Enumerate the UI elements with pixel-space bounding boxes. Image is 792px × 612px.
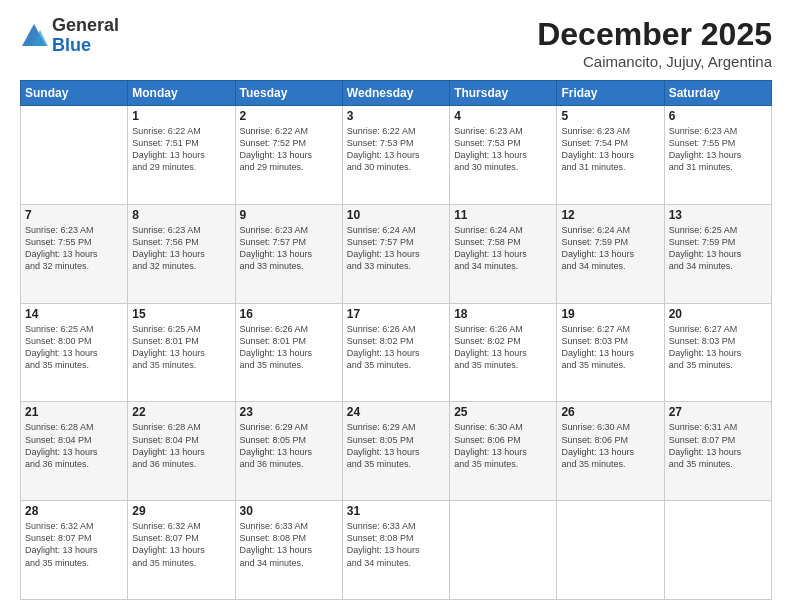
day-info: Sunrise: 6:23 AMSunset: 7:55 PMDaylight:…	[25, 224, 123, 273]
table-row: 10Sunrise: 6:24 AMSunset: 7:57 PMDayligh…	[342, 204, 449, 303]
month-title: December 2025	[537, 16, 772, 53]
table-row: 14Sunrise: 6:25 AMSunset: 8:00 PMDayligh…	[21, 303, 128, 402]
logo: General Blue	[20, 16, 119, 56]
day-info: Sunrise: 6:23 AMSunset: 7:54 PMDaylight:…	[561, 125, 659, 174]
logo-text: General Blue	[52, 16, 119, 56]
day-number: 25	[454, 405, 552, 419]
table-row	[450, 501, 557, 600]
table-row: 8Sunrise: 6:23 AMSunset: 7:56 PMDaylight…	[128, 204, 235, 303]
day-number: 20	[669, 307, 767, 321]
table-row: 6Sunrise: 6:23 AMSunset: 7:55 PMDaylight…	[664, 106, 771, 205]
day-number: 11	[454, 208, 552, 222]
table-row	[664, 501, 771, 600]
day-info: Sunrise: 6:32 AMSunset: 8:07 PMDaylight:…	[25, 520, 123, 569]
day-number: 23	[240, 405, 338, 419]
day-info: Sunrise: 6:30 AMSunset: 8:06 PMDaylight:…	[454, 421, 552, 470]
day-number: 3	[347, 109, 445, 123]
table-row: 19Sunrise: 6:27 AMSunset: 8:03 PMDayligh…	[557, 303, 664, 402]
table-row: 17Sunrise: 6:26 AMSunset: 8:02 PMDayligh…	[342, 303, 449, 402]
col-tuesday: Tuesday	[235, 81, 342, 106]
day-number: 30	[240, 504, 338, 518]
day-info: Sunrise: 6:23 AMSunset: 7:53 PMDaylight:…	[454, 125, 552, 174]
col-friday: Friday	[557, 81, 664, 106]
day-info: Sunrise: 6:26 AMSunset: 8:02 PMDaylight:…	[454, 323, 552, 372]
table-row: 13Sunrise: 6:25 AMSunset: 7:59 PMDayligh…	[664, 204, 771, 303]
table-row: 1Sunrise: 6:22 AMSunset: 7:51 PMDaylight…	[128, 106, 235, 205]
day-number: 15	[132, 307, 230, 321]
day-number: 4	[454, 109, 552, 123]
day-info: Sunrise: 6:22 AMSunset: 7:53 PMDaylight:…	[347, 125, 445, 174]
header: General Blue December 2025 Caimancito, J…	[20, 16, 772, 70]
day-number: 6	[669, 109, 767, 123]
logo-blue: Blue	[52, 35, 91, 55]
day-info: Sunrise: 6:26 AMSunset: 8:01 PMDaylight:…	[240, 323, 338, 372]
table-row: 31Sunrise: 6:33 AMSunset: 8:08 PMDayligh…	[342, 501, 449, 600]
day-info: Sunrise: 6:22 AMSunset: 7:52 PMDaylight:…	[240, 125, 338, 174]
day-info: Sunrise: 6:32 AMSunset: 8:07 PMDaylight:…	[132, 520, 230, 569]
logo-icon	[20, 22, 48, 50]
day-number: 1	[132, 109, 230, 123]
day-number: 24	[347, 405, 445, 419]
calendar-table: Sunday Monday Tuesday Wednesday Thursday…	[20, 80, 772, 600]
day-info: Sunrise: 6:28 AMSunset: 8:04 PMDaylight:…	[25, 421, 123, 470]
col-sunday: Sunday	[21, 81, 128, 106]
table-row: 20Sunrise: 6:27 AMSunset: 8:03 PMDayligh…	[664, 303, 771, 402]
table-row: 15Sunrise: 6:25 AMSunset: 8:01 PMDayligh…	[128, 303, 235, 402]
calendar-week-row: 21Sunrise: 6:28 AMSunset: 8:04 PMDayligh…	[21, 402, 772, 501]
day-info: Sunrise: 6:29 AMSunset: 8:05 PMDaylight:…	[347, 421, 445, 470]
day-info: Sunrise: 6:33 AMSunset: 8:08 PMDaylight:…	[240, 520, 338, 569]
day-number: 2	[240, 109, 338, 123]
day-number: 21	[25, 405, 123, 419]
day-info: Sunrise: 6:23 AMSunset: 7:57 PMDaylight:…	[240, 224, 338, 273]
table-row: 3Sunrise: 6:22 AMSunset: 7:53 PMDaylight…	[342, 106, 449, 205]
table-row: 25Sunrise: 6:30 AMSunset: 8:06 PMDayligh…	[450, 402, 557, 501]
day-number: 17	[347, 307, 445, 321]
day-info: Sunrise: 6:31 AMSunset: 8:07 PMDaylight:…	[669, 421, 767, 470]
col-wednesday: Wednesday	[342, 81, 449, 106]
day-number: 5	[561, 109, 659, 123]
title-block: December 2025 Caimancito, Jujuy, Argenti…	[537, 16, 772, 70]
day-number: 16	[240, 307, 338, 321]
day-info: Sunrise: 6:23 AMSunset: 7:55 PMDaylight:…	[669, 125, 767, 174]
day-info: Sunrise: 6:30 AMSunset: 8:06 PMDaylight:…	[561, 421, 659, 470]
day-info: Sunrise: 6:25 AMSunset: 7:59 PMDaylight:…	[669, 224, 767, 273]
day-number: 22	[132, 405, 230, 419]
day-info: Sunrise: 6:33 AMSunset: 8:08 PMDaylight:…	[347, 520, 445, 569]
table-row: 26Sunrise: 6:30 AMSunset: 8:06 PMDayligh…	[557, 402, 664, 501]
col-thursday: Thursday	[450, 81, 557, 106]
day-info: Sunrise: 6:23 AMSunset: 7:56 PMDaylight:…	[132, 224, 230, 273]
table-row	[21, 106, 128, 205]
day-info: Sunrise: 6:24 AMSunset: 7:58 PMDaylight:…	[454, 224, 552, 273]
col-saturday: Saturday	[664, 81, 771, 106]
day-number: 9	[240, 208, 338, 222]
day-info: Sunrise: 6:27 AMSunset: 8:03 PMDaylight:…	[561, 323, 659, 372]
day-number: 13	[669, 208, 767, 222]
table-row: 4Sunrise: 6:23 AMSunset: 7:53 PMDaylight…	[450, 106, 557, 205]
day-number: 28	[25, 504, 123, 518]
table-row: 28Sunrise: 6:32 AMSunset: 8:07 PMDayligh…	[21, 501, 128, 600]
location-subtitle: Caimancito, Jujuy, Argentina	[537, 53, 772, 70]
calendar-week-row: 14Sunrise: 6:25 AMSunset: 8:00 PMDayligh…	[21, 303, 772, 402]
day-number: 27	[669, 405, 767, 419]
table-row: 22Sunrise: 6:28 AMSunset: 8:04 PMDayligh…	[128, 402, 235, 501]
day-number: 26	[561, 405, 659, 419]
page: General Blue December 2025 Caimancito, J…	[0, 0, 792, 612]
day-info: Sunrise: 6:24 AMSunset: 7:57 PMDaylight:…	[347, 224, 445, 273]
calendar-week-row: 7Sunrise: 6:23 AMSunset: 7:55 PMDaylight…	[21, 204, 772, 303]
day-info: Sunrise: 6:25 AMSunset: 8:00 PMDaylight:…	[25, 323, 123, 372]
day-number: 10	[347, 208, 445, 222]
table-row: 29Sunrise: 6:32 AMSunset: 8:07 PMDayligh…	[128, 501, 235, 600]
table-row: 27Sunrise: 6:31 AMSunset: 8:07 PMDayligh…	[664, 402, 771, 501]
day-info: Sunrise: 6:27 AMSunset: 8:03 PMDaylight:…	[669, 323, 767, 372]
calendar-header-row: Sunday Monday Tuesday Wednesday Thursday…	[21, 81, 772, 106]
table-row: 30Sunrise: 6:33 AMSunset: 8:08 PMDayligh…	[235, 501, 342, 600]
day-number: 31	[347, 504, 445, 518]
table-row: 21Sunrise: 6:28 AMSunset: 8:04 PMDayligh…	[21, 402, 128, 501]
table-row: 9Sunrise: 6:23 AMSunset: 7:57 PMDaylight…	[235, 204, 342, 303]
day-number: 19	[561, 307, 659, 321]
table-row: 24Sunrise: 6:29 AMSunset: 8:05 PMDayligh…	[342, 402, 449, 501]
table-row: 11Sunrise: 6:24 AMSunset: 7:58 PMDayligh…	[450, 204, 557, 303]
table-row: 16Sunrise: 6:26 AMSunset: 8:01 PMDayligh…	[235, 303, 342, 402]
day-info: Sunrise: 6:25 AMSunset: 8:01 PMDaylight:…	[132, 323, 230, 372]
table-row: 7Sunrise: 6:23 AMSunset: 7:55 PMDaylight…	[21, 204, 128, 303]
